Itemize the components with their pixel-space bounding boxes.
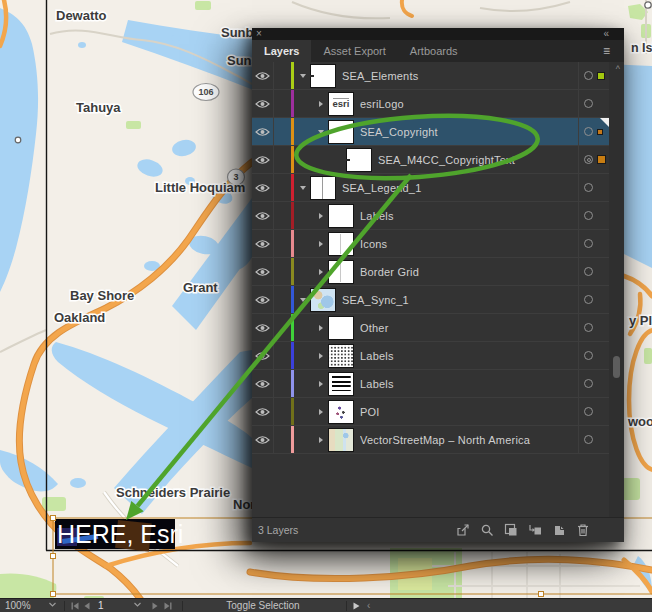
locate-object-icon[interactable] — [480, 523, 494, 537]
visibility-toggle[interactable] — [252, 202, 274, 229]
visibility-toggle[interactable] — [252, 258, 274, 285]
expand-chevron-icon[interactable] — [314, 409, 328, 415]
layer-thumbnail[interactable] — [328, 344, 354, 368]
attribution-block[interactable]: HERE, Esri — [55, 519, 183, 551]
visibility-toggle[interactable] — [252, 118, 274, 145]
target-circle-icon[interactable] — [584, 351, 593, 360]
expand-chevron-icon[interactable] — [314, 381, 328, 387]
tab-asset-export[interactable]: Asset Export — [311, 40, 397, 62]
layer-row[interactable]: SEA_Sync_1 — [252, 286, 609, 314]
layer-row[interactable]: Labels — [252, 342, 609, 370]
target-circle-icon[interactable] — [584, 295, 593, 304]
layer-thumbnail[interactable] — [328, 232, 354, 256]
artboard-number-field[interactable]: 1 — [98, 599, 104, 612]
layer-row[interactable]: Other — [252, 314, 609, 342]
lock-toggle[interactable] — [274, 90, 291, 117]
visibility-toggle[interactable] — [252, 342, 274, 369]
layer-row[interactable]: SEA_M4CC_CopyrightText — [252, 146, 609, 174]
expand-chevron-icon[interactable] — [314, 101, 328, 107]
lock-toggle[interactable] — [274, 230, 291, 257]
lock-toggle[interactable] — [274, 314, 291, 341]
layer-name[interactable]: SEA_Sync_1 — [342, 294, 578, 306]
attribution-text[interactable]: HERE, Esri — [57, 520, 183, 548]
layer-name[interactable]: VectorStreetMap – North America — [360, 434, 578, 446]
layer-thumbnail[interactable] — [328, 428, 354, 452]
layer-row[interactable]: esri esriLogo — [252, 90, 609, 118]
expand-chevron-icon[interactable] — [314, 325, 328, 331]
layer-row[interactable]: SEA_Copyright — [252, 118, 609, 146]
visibility-toggle[interactable] — [252, 146, 274, 173]
layer-row[interactable]: VectorStreetMap – North America — [252, 426, 609, 454]
expand-chevron-icon[interactable] — [314, 130, 328, 134]
layer-thumbnail[interactable] — [310, 176, 336, 200]
visibility-toggle[interactable] — [252, 286, 274, 313]
tab-artboards[interactable]: Artboards — [398, 40, 470, 62]
previous-artboard-icon[interactable] — [84, 599, 90, 610]
expand-chevron-icon[interactable] — [296, 74, 310, 78]
expand-chevron-icon[interactable] — [314, 241, 328, 247]
visibility-toggle[interactable] — [252, 90, 274, 117]
target-circle-icon[interactable] — [584, 127, 593, 136]
target-circle-icon[interactable] — [584, 155, 593, 164]
layer-name[interactable]: SEA_M4CC_CopyrightText — [378, 154, 578, 166]
delete-icon[interactable] — [576, 523, 590, 537]
tab-layers[interactable]: Layers — [252, 40, 311, 62]
close-icon[interactable]: × — [256, 28, 262, 40]
collapse-panel-icon[interactable]: « — [603, 28, 608, 40]
layer-thumbnail[interactable] — [328, 400, 354, 424]
expand-chevron-icon[interactable] — [296, 298, 310, 302]
status-collapse-icon[interactable]: ‹ — [367, 599, 370, 612]
layer-name[interactable]: Labels — [360, 378, 578, 390]
scrollbar-thumb[interactable] — [613, 356, 620, 378]
target-circle-icon[interactable] — [584, 379, 593, 388]
panel-title-bar[interactable]: × « — [252, 28, 624, 40]
target-circle-icon[interactable] — [584, 71, 593, 80]
visibility-toggle[interactable] — [252, 62, 274, 89]
last-artboard-icon[interactable] — [164, 599, 172, 610]
layer-thumbnail[interactable]: esri — [328, 92, 354, 116]
layer-name[interactable]: Other — [360, 322, 578, 334]
next-artboard-icon[interactable] — [152, 599, 158, 610]
status-message[interactable]: Toggle Selection — [198, 599, 328, 612]
layer-row[interactable]: Labels — [252, 202, 609, 230]
zoom-dropdown-icon[interactable] — [49, 599, 56, 607]
lock-toggle[interactable] — [274, 286, 291, 313]
expand-chevron-icon[interactable] — [314, 353, 328, 359]
expand-chevron-icon[interactable] — [296, 186, 310, 190]
scrollbar-track[interactable]: ^ — [609, 62, 624, 517]
lock-toggle[interactable] — [274, 258, 291, 285]
layer-name[interactable]: esriLogo — [360, 98, 578, 110]
expand-chevron-icon[interactable] — [314, 437, 328, 443]
visibility-toggle[interactable] — [252, 230, 274, 257]
visibility-toggle[interactable] — [252, 174, 274, 201]
layer-thumbnail[interactable] — [328, 204, 354, 228]
visibility-toggle[interactable] — [252, 314, 274, 341]
lock-toggle[interactable] — [274, 118, 291, 145]
layer-thumbnail[interactable] — [328, 316, 354, 340]
target-circle-icon[interactable] — [584, 267, 593, 276]
lock-toggle[interactable] — [274, 174, 291, 201]
status-play-icon[interactable] — [353, 599, 360, 610]
layer-name[interactable]: SEA_Elements — [342, 70, 578, 82]
first-artboard-icon[interactable] — [71, 599, 79, 610]
visibility-toggle[interactable] — [252, 426, 274, 453]
layer-thumbnail[interactable] — [310, 64, 336, 88]
layer-name[interactable]: Border Grid — [360, 266, 578, 278]
layer-name[interactable]: SEA_Legend_1 — [342, 182, 578, 194]
layer-thumbnail[interactable] — [328, 120, 354, 144]
lock-toggle[interactable] — [274, 62, 291, 89]
lock-toggle[interactable] — [274, 370, 291, 397]
scroll-up-icon[interactable]: ^ — [616, 64, 620, 74]
layer-row[interactable]: Icons — [252, 230, 609, 258]
expand-chevron-icon[interactable] — [314, 213, 328, 219]
layer-thumbnail[interactable] — [328, 372, 354, 396]
expand-chevron-icon[interactable] — [314, 269, 328, 275]
artboard-dropdown-icon[interactable] — [134, 599, 141, 607]
lock-toggle[interactable] — [274, 398, 291, 425]
layer-name[interactable]: SEA_Copyright — [360, 126, 578, 138]
layer-name[interactable]: Labels — [360, 350, 578, 362]
new-sublayer-icon[interactable] — [528, 523, 542, 537]
lock-toggle[interactable] — [274, 426, 291, 453]
target-circle-icon[interactable] — [584, 183, 593, 192]
visibility-toggle[interactable] — [252, 398, 274, 425]
